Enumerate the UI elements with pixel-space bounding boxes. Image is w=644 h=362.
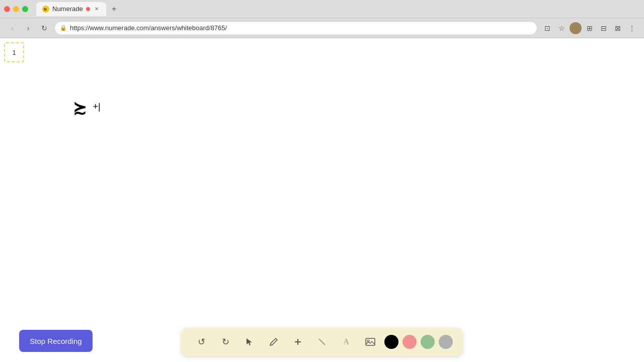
select-tool-button[interactable] — [239, 332, 260, 352]
traffic-lights — [4, 6, 28, 12]
maximize-button[interactable] — [22, 6, 28, 12]
tab-recording-dot — [86, 7, 90, 11]
url-bar[interactable]: 🔒 https://www.numerade.com/answers/white… — [54, 21, 537, 35]
new-tab-button[interactable]: + — [108, 3, 120, 15]
color-gray[interactable] — [439, 335, 453, 349]
color-black[interactable] — [384, 335, 398, 349]
screenshot-icon[interactable]: ⊟ — [598, 22, 610, 34]
tab-favicon: N — [42, 6, 49, 13]
eraser-button[interactable] — [312, 332, 332, 352]
profile-icon[interactable] — [570, 22, 582, 34]
more-icon[interactable]: ⋮ — [626, 22, 638, 34]
stop-recording-button[interactable]: Stop Recording — [19, 330, 93, 352]
image-button[interactable] — [360, 332, 380, 352]
text-tool-button[interactable]: A — [336, 332, 356, 352]
tab-title: Numerade — [52, 5, 83, 13]
bottom-toolbar: ↺ ↻ A — [181, 328, 463, 356]
bookmark-icon[interactable]: ☆ — [555, 22, 568, 34]
page-number: 1 — [12, 49, 16, 56]
lock-icon: 🔒 — [60, 25, 67, 31]
forward-button[interactable]: › — [22, 22, 34, 34]
redo-button[interactable]: ↻ — [215, 332, 235, 352]
math-symbol: ≿ — [73, 99, 87, 118]
pen-tool-button[interactable] — [264, 332, 284, 352]
minimize-button[interactable] — [13, 6, 19, 12]
svg-line-5 — [319, 339, 325, 345]
tab-close-button[interactable]: ✕ — [93, 6, 100, 13]
color-green[interactable] — [421, 335, 435, 349]
url-text: https://www.numerade.com/answers/whitebo… — [70, 24, 532, 32]
color-pink[interactable] — [403, 335, 417, 349]
history-icon[interactable]: ⊠ — [612, 22, 624, 34]
svg-marker-2 — [247, 338, 252, 345]
page-indicator: 1 — [4, 42, 24, 62]
tab-bar: N Numerade ✕ + — [36, 2, 640, 16]
svg-rect-6 — [366, 338, 375, 345]
undo-button[interactable]: ↺ — [191, 332, 211, 352]
svg-text:N: N — [44, 7, 47, 12]
add-button[interactable] — [288, 332, 308, 352]
cursor-crosshair: +| — [93, 102, 100, 112]
page-content: 1 ≿ +| Stop Recording ↺ ↻ A — [0, 38, 644, 362]
avatar — [570, 22, 582, 34]
title-bar: N Numerade ✕ + — [0, 0, 644, 18]
back-button[interactable]: ‹ — [6, 22, 18, 34]
extensions-icon[interactable]: ⊞ — [584, 22, 596, 34]
active-tab[interactable]: N Numerade ✕ — [36, 2, 106, 16]
browser-toolbar: ⊡ ☆ ⊞ ⊟ ⊠ ⋮ — [541, 22, 638, 34]
close-button[interactable] — [4, 6, 10, 12]
whiteboard-content: ≿ +| — [73, 99, 101, 118]
address-bar: ‹ › ↻ 🔒 https://www.numerade.com/answers… — [0, 18, 644, 38]
cast-icon[interactable]: ⊡ — [541, 22, 553, 34]
refresh-button[interactable]: ↻ — [38, 22, 50, 34]
